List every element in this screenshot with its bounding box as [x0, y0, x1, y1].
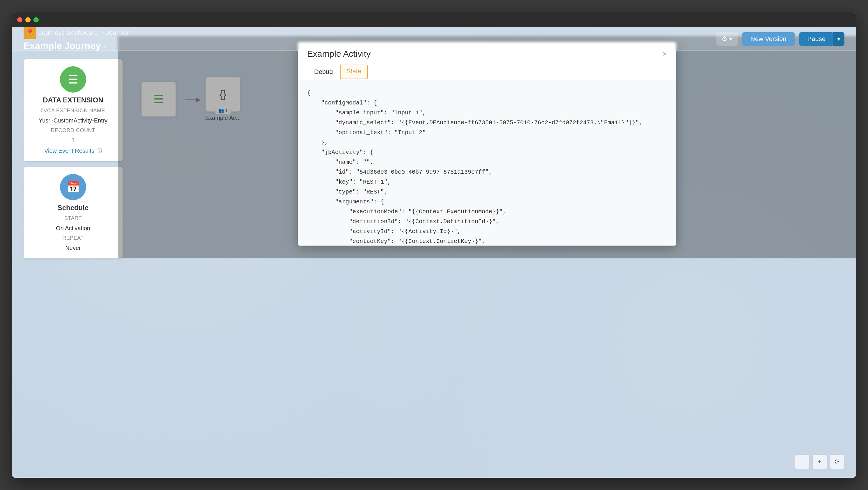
record-count-value: 1 [71, 137, 74, 144]
json-content: { "configModal": { "sample_input": "Inpu… [307, 88, 667, 246]
record-count-label: RECORD COUNT [51, 127, 95, 134]
journey-title-row: Example Journey › [24, 40, 129, 51]
data-extension-name-value: Yusri-CustomActivity-Entry [39, 117, 108, 124]
modal: Example Activity × Debug State [298, 42, 676, 246]
modal-close-button[interactable]: × [662, 50, 667, 58]
schedule-title: Schedule [58, 204, 89, 212]
breadcrumb: 📍 Journeys Dashboard > Journey [24, 27, 129, 39]
settings-dropdown-icon: ▾ [729, 35, 732, 43]
tab-state-label: State [346, 67, 361, 75]
left-sidebar: ☰ DATA EXTENSION DATA EXTENSION NAME Yus… [24, 59, 123, 258]
header-actions: ⚙ ▾ New Version Pause ▾ [716, 32, 844, 46]
breadcrumb-area: 📍 Journeys Dashboard > Journey Example J… [24, 27, 129, 51]
data-extension-card: ☰ DATA EXTENSION DATA EXTENSION NAME Yus… [24, 59, 123, 161]
data-extension-title: DATA EXTENSION [43, 96, 103, 104]
data-extension-icon-symbol: ☰ [68, 73, 78, 86]
pause-dropdown-button[interactable]: ▾ [833, 32, 844, 46]
repeat-value: Never [65, 245, 81, 252]
maximize-button[interactable] [33, 17, 39, 23]
start-value: On Activation [56, 225, 90, 232]
schedule-card: 📅 Schedule START On Activation REPEAT Ne… [24, 167, 123, 258]
pause-button[interactable]: Pause [799, 32, 834, 46]
modal-body: { "configModal": { "sample_input": "Inpu… [298, 80, 676, 246]
settings-icon: ⚙ [721, 35, 727, 43]
tab-state[interactable]: State [340, 65, 368, 79]
window-content: 📍 Journeys Dashboard > Journey Example J… [12, 27, 856, 478]
mac-window: 📍 Journeys Dashboard > Journey Example J… [12, 12, 856, 478]
journey-title-text: Example Journey [24, 40, 101, 51]
data-extension-name-label: DATA EXTENSION NAME [41, 108, 105, 114]
schedule-icon: 📅 [60, 174, 86, 200]
data-extension-icon: ☰ [60, 66, 86, 93]
pause-button-group: Pause ▾ [799, 32, 844, 46]
zoom-in-button[interactable]: + [812, 455, 827, 469]
reset-view-button[interactable]: ⟳ [830, 455, 844, 469]
view-event-results-link[interactable]: View Event Results [44, 148, 94, 154]
repeat-label: REPEAT [62, 235, 84, 241]
start-label: START [64, 215, 82, 222]
traffic-lights [17, 17, 39, 23]
canvas-area: ☰ {} 👥 1 Example Ac... [129, 59, 844, 258]
tab-debug[interactable]: Debug [307, 65, 340, 80]
tab-debug-label: Debug [314, 68, 333, 75]
minimize-button[interactable] [25, 17, 31, 23]
new-version-button[interactable]: New Version [742, 32, 795, 46]
zoom-out-button[interactable]: — [795, 455, 809, 469]
breadcrumb-journey[interactable]: Journey [106, 29, 129, 37]
breadcrumb-dashboard[interactable]: Journeys Dashboard [39, 29, 98, 37]
modal-overlay: Example Activity × Debug State [118, 36, 856, 258]
close-button[interactable] [17, 17, 23, 23]
app-header: 📍 Journeys Dashboard > Journey Example J… [12, 27, 856, 51]
title-bar [12, 12, 856, 27]
journey-icon: 📍 [24, 27, 36, 39]
bottom-toolbar: — + ⟳ [795, 455, 844, 469]
journey-title-chevron: › [104, 41, 106, 51]
pause-label: Pause [807, 35, 826, 43]
breadcrumb-separator: > [100, 30, 104, 36]
modal-tabs: Debug State [298, 65, 676, 80]
info-icon: ⓘ [97, 147, 102, 154]
main-area: ☰ DATA EXTENSION DATA EXTENSION NAME Yus… [12, 51, 856, 267]
settings-button[interactable]: ⚙ ▾ [716, 32, 738, 46]
